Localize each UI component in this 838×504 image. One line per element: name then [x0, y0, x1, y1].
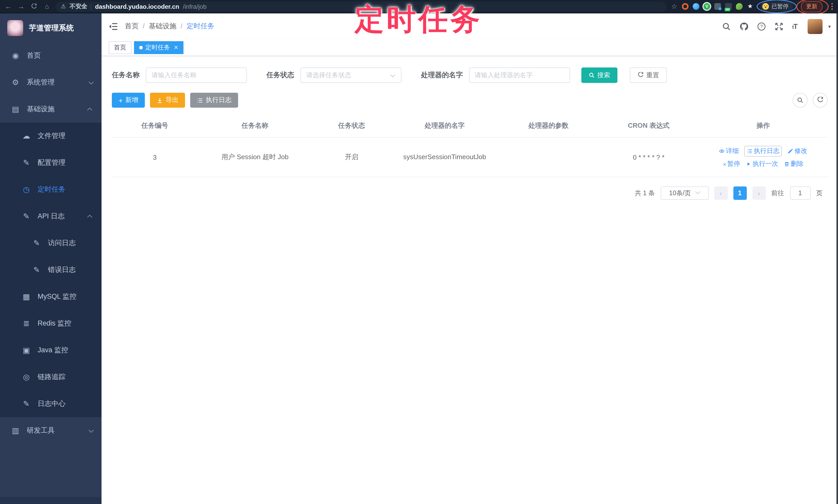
fullscreen-icon[interactable]	[774, 22, 783, 31]
sidebar-item-api-logs[interactable]: ✎ API 日志	[0, 203, 102, 230]
sidebar-item-infrastructure[interactable]: ▤ 基础设施	[0, 96, 102, 123]
handler-name-input[interactable]	[469, 68, 570, 83]
toggle-search-button[interactable]	[793, 93, 808, 108]
reset-button[interactable]: 重置	[630, 68, 667, 83]
breadcrumb-infrastructure[interactable]: 基础设施	[149, 22, 176, 31]
sidebar-item-access-logs[interactable]: ✎ 访问日志	[0, 230, 102, 256]
pagination-total: 共 1 条	[635, 189, 655, 198]
clock-icon: ◷	[22, 185, 31, 194]
help-icon[interactable]: ?	[757, 22, 766, 31]
current-page-button[interactable]: 1	[733, 186, 747, 200]
security-label[interactable]: 不安全	[70, 3, 87, 10]
sidebar-item-file-management[interactable]: ☁ 文件管理	[0, 123, 102, 149]
detail-link[interactable]: 详细	[719, 147, 739, 156]
emoji-face-icon	[762, 3, 769, 10]
search-icon[interactable]	[722, 22, 731, 31]
navbar-icons: ? tT ▾	[722, 19, 831, 34]
screen: ← → ⌂ ⚠ 不安全 dashboard.yudao.iocoder.cn /…	[0, 0, 838, 504]
sidebar-item-trace[interactable]: ◎ 链路追踪	[0, 364, 102, 391]
window-edge	[836, 13, 838, 504]
not-secure-warning-icon: ⚠	[61, 3, 66, 10]
breadcrumb: 首页 / 基础设施 / 定时任务	[125, 22, 214, 31]
star-extension-icon[interactable]: ★	[747, 3, 753, 10]
sidebar-item-scheduled-tasks[interactable]: ◷ 定时任务	[0, 176, 102, 203]
sidebar-item-error-logs[interactable]: ✎ 错误日志	[0, 256, 102, 283]
col-header-actions: 操作	[699, 121, 828, 130]
task-status-select[interactable]: 请选择任务状态	[300, 68, 401, 83]
home-icon[interactable]: ⌂	[43, 3, 51, 10]
eye-icon	[719, 148, 725, 154]
database-icon: ▦	[22, 292, 31, 301]
grid-extension-icon[interactable]	[714, 3, 721, 10]
col-header-cron: CRON 表达式	[599, 121, 699, 130]
sidebar-item-log-center[interactable]: ✎ 日志中心	[0, 391, 102, 417]
green-check-extension-icon[interactable]: V	[703, 3, 710, 10]
sidebar-item-config-management[interactable]: ✎ 配置管理	[0, 149, 102, 176]
leaf-extension-icon[interactable]	[736, 3, 743, 10]
chevron-up-icon	[87, 107, 92, 112]
forward-icon[interactable]: →	[17, 3, 25, 10]
task-name-label: 任务名称	[112, 71, 140, 80]
tab-home[interactable]: 首页	[109, 41, 132, 54]
next-page-button[interactable]: ›	[752, 186, 766, 200]
breadcrumb-home[interactable]: 首页	[125, 22, 139, 31]
table-header-row: 任务编号 任务名称 任务状态 处理器的名字 处理器的参数 CRON 表达式 操作	[112, 114, 828, 137]
refresh-button[interactable]	[813, 93, 828, 108]
java-monitor-icon: ▣	[22, 346, 31, 355]
chrome-update-button[interactable]: 更新	[801, 1, 823, 12]
chrome-menu-icon[interactable]	[831, 3, 833, 10]
document-edit-icon: ✎	[32, 265, 41, 274]
search-button[interactable]: 搜索	[581, 68, 617, 83]
sidebar-item-java-monitor[interactable]: ▣ Java 监控	[0, 337, 102, 364]
delete-link[interactable]: 删除	[784, 160, 803, 168]
add-button[interactable]: + 新增	[112, 93, 145, 108]
chevron-down-icon	[695, 189, 700, 194]
execution-log-button[interactable]: 执行日志	[190, 93, 238, 108]
page-size-select[interactable]: 10条/页	[661, 186, 709, 200]
paused-badge[interactable]: 已暂停	[760, 2, 793, 11]
cell-job-status: 开启	[312, 152, 391, 162]
sidebar-item-dev-tools[interactable]: ▥ 研发工具	[0, 417, 102, 444]
sidebar-item-redis-monitor[interactable]: ≣ Redis 监控	[0, 310, 102, 337]
url-host[interactable]: dashboard.yudao.iocoder.cn	[95, 3, 179, 10]
sidebar-item-system-management[interactable]: ⚙ 系统管理	[0, 69, 102, 96]
back-icon[interactable]: ←	[4, 3, 12, 10]
sidebar-footer-strip	[0, 497, 102, 504]
eye-icon: ◎	[22, 373, 31, 382]
cloud-upload-icon: ☁	[22, 131, 31, 141]
font-size-icon[interactable]: tT	[792, 22, 797, 30]
run-once-link[interactable]: 执行一次	[746, 160, 778, 168]
document-edit-icon: ✎	[32, 238, 41, 248]
user-avatar[interactable]	[808, 19, 823, 34]
orange-ring-extension-icon[interactable]	[682, 3, 688, 10]
avatar-caret-down-icon[interactable]: ▾	[828, 23, 831, 29]
sidebar-fold-icon[interactable]	[109, 22, 118, 30]
pencil-icon	[788, 148, 793, 154]
edit-link[interactable]: 修改	[788, 147, 807, 156]
close-icon[interactable]: ✕	[174, 44, 178, 51]
monitor-icon: ▤	[11, 105, 20, 114]
infrastructure-submenu: ☁ 文件管理 ✎ 配置管理 ◷ 定时任务 ✎ API 日志	[0, 123, 102, 417]
pagination: 共 1 条 10条/页 ‹ 1 › 前往 页	[112, 186, 828, 200]
row-execution-log-link[interactable]: 执行日志	[745, 146, 782, 157]
handler-name-label: 处理器的名字	[421, 71, 463, 80]
url-path: /infra/job	[183, 3, 207, 10]
tab-scheduled-tasks[interactable]: 定时任务 ✕	[134, 41, 184, 54]
extensions-row: V on ★	[682, 3, 753, 10]
goto-page-input[interactable]	[790, 186, 810, 200]
github-icon[interactable]	[739, 22, 748, 31]
reload-icon[interactable]	[30, 3, 38, 10]
prev-page-button[interactable]: ‹	[714, 186, 728, 200]
table-toolbar: + 新增 导出 执行日志	[112, 93, 828, 108]
sidebar-logo-row[interactable]: 芋道管理系统	[0, 13, 102, 42]
task-name-input[interactable]	[146, 68, 247, 83]
app-title: 芋道管理系统	[29, 23, 74, 33]
sidebar-item-home[interactable]: ◉ 首页	[0, 42, 102, 69]
trash-icon	[784, 161, 789, 167]
bookmark-star-icon[interactable]: ☆	[671, 3, 677, 10]
proxy-extension-icon[interactable]: on	[725, 3, 732, 10]
export-button[interactable]: 导出	[150, 93, 185, 108]
sidebar-item-mysql-monitor[interactable]: ▦ MySQL 监控	[0, 283, 102, 310]
pause-link[interactable]: × 暂停	[723, 160, 740, 168]
blue-drop-extension-icon[interactable]	[693, 3, 699, 10]
